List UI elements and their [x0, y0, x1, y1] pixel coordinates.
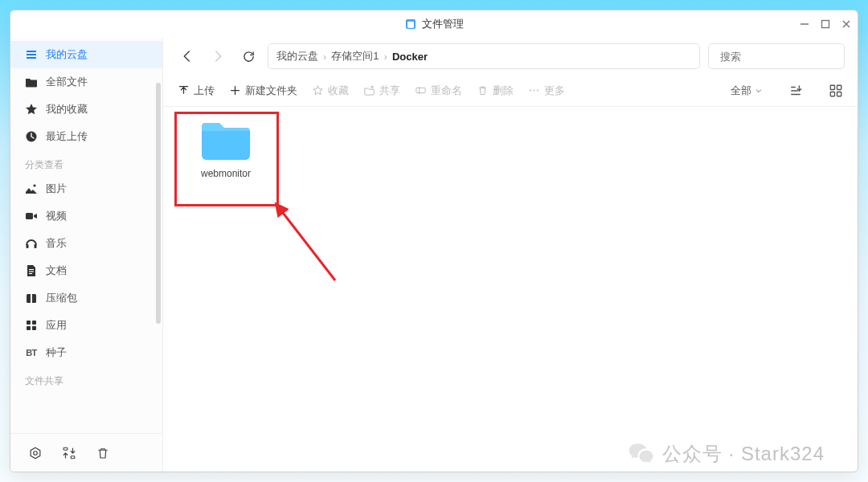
- window-controls: [800, 10, 851, 38]
- sidebar-item-label: 视频: [46, 209, 67, 223]
- forward-button[interactable]: [207, 45, 229, 67]
- sidebar-item-all-files[interactable]: 全部文件: [10, 68, 162, 96]
- sidebar-item-label: 压缩包: [46, 291, 77, 305]
- toolbar: 上传 新建文件夹 收藏 共享 重命名: [163, 75, 858, 107]
- svg-point-32: [537, 90, 538, 92]
- svg-rect-28: [416, 88, 425, 92]
- breadcrumb-current: Docker: [392, 51, 428, 63]
- sidebar-item-label: 文档: [46, 263, 67, 278]
- sidebar-item-label: 种子: [46, 345, 67, 360]
- svg-point-10: [33, 184, 35, 186]
- svg-rect-34: [837, 85, 841, 89]
- sidebar-category-header: 分类查看: [10, 150, 162, 175]
- rename-button[interactable]: 重命名: [415, 84, 462, 98]
- svg-rect-18: [31, 294, 32, 303]
- svg-point-30: [530, 90, 531, 92]
- folder-item[interactable]: webmonitor: [182, 118, 269, 179]
- svg-rect-15: [29, 272, 34, 272]
- sidebar: 我的云盘 全部文件 我的收藏 最近上传 分类查看 图片: [10, 38, 163, 472]
- plus-icon: [229, 84, 241, 96]
- refresh-button[interactable]: [237, 45, 260, 67]
- folder-name: webmonitor: [201, 168, 251, 179]
- titlebar: 文件管理: [10, 10, 858, 38]
- close-button[interactable]: [841, 19, 851, 29]
- share-button[interactable]: 共享: [363, 84, 400, 98]
- transfers-button[interactable]: [62, 446, 76, 460]
- document-icon: [25, 264, 38, 277]
- sidebar-item-video[interactable]: 视频: [10, 202, 162, 230]
- sidebar-item-label: 图片: [46, 182, 67, 196]
- sidebar-item-images[interactable]: 图片: [10, 175, 162, 202]
- sidebar-item-my-cloud[interactable]: 我的云盘: [10, 41, 162, 68]
- sidebar-item-label: 全部文件: [46, 75, 88, 89]
- app-icon: [404, 18, 417, 31]
- filter-dropdown[interactable]: 全部: [731, 84, 763, 98]
- upload-icon: [178, 84, 190, 96]
- sidebar-scrollbar[interactable]: [156, 83, 161, 324]
- new-folder-button[interactable]: 新建文件夹: [229, 84, 297, 98]
- more-button[interactable]: 更多: [528, 84, 565, 98]
- svg-rect-22: [32, 326, 36, 330]
- delete-button[interactable]: 删除: [477, 84, 514, 98]
- sidebar-item-document[interactable]: 文档: [10, 257, 162, 284]
- svg-rect-14: [29, 269, 34, 270]
- sidebar-share-header: 文件共享: [10, 366, 162, 391]
- svg-rect-11: [26, 213, 33, 219]
- sidebar-item-archive[interactable]: 压缩包: [10, 284, 162, 312]
- minimize-button[interactable]: [800, 19, 809, 29]
- svg-rect-13: [35, 244, 37, 248]
- sidebar-item-label: 应用: [46, 318, 67, 333]
- back-button[interactable]: [176, 45, 199, 67]
- topbar: 我的云盘 › 存储空间1 › Docker: [163, 38, 858, 75]
- sidebar-item-label: 音乐: [46, 236, 67, 251]
- breadcrumb[interactable]: 我的云盘 › 存储空间1 › Docker: [268, 43, 700, 69]
- svg-point-31: [534, 90, 535, 92]
- svg-rect-36: [837, 92, 841, 96]
- apps-icon: [25, 319, 38, 332]
- sidebar-item-label: 我的收藏: [46, 102, 88, 116]
- favorite-button[interactable]: 收藏: [312, 84, 349, 98]
- svg-rect-19: [27, 321, 31, 325]
- svg-rect-12: [27, 244, 29, 248]
- sidebar-item-recent-upload[interactable]: 最近上传: [10, 123, 162, 150]
- svg-rect-35: [830, 92, 834, 96]
- sidebar-item-music[interactable]: 音乐: [10, 230, 162, 257]
- svg-line-37: [280, 210, 335, 280]
- star-icon: [25, 103, 38, 116]
- main-panel: 我的云盘 › 存储空间1 › Docker 上传 新: [163, 38, 858, 472]
- settings-button[interactable]: [28, 446, 43, 460]
- svg-rect-24: [63, 447, 68, 450]
- view-grid-button[interactable]: [829, 84, 843, 98]
- sort-button[interactable]: [788, 84, 803, 98]
- sidebar-item-label: 最近上传: [46, 129, 88, 144]
- more-icon: [528, 84, 540, 96]
- svg-rect-20: [32, 321, 36, 325]
- chevron-right-icon: ›: [384, 51, 387, 63]
- window-title: 文件管理: [422, 17, 464, 31]
- breadcrumb-seg[interactable]: 存储空间1: [331, 49, 379, 63]
- image-icon: [25, 182, 38, 195]
- app-window: 文件管理 我的云盘 全部文件 我的收藏: [10, 10, 858, 472]
- file-grid[interactable]: webmonitor: [163, 107, 858, 472]
- archive-icon: [25, 292, 38, 304]
- svg-point-23: [34, 451, 38, 455]
- svg-rect-21: [27, 326, 31, 330]
- sidebar-item-torrent[interactable]: BT 种子: [10, 339, 162, 366]
- search-box[interactable]: [708, 43, 845, 69]
- svg-rect-3: [822, 21, 829, 28]
- sidebar-item-apps[interactable]: 应用: [10, 312, 162, 339]
- bt-icon: BT: [25, 346, 38, 359]
- sort-icon: [788, 84, 803, 98]
- clock-icon: [25, 130, 38, 143]
- svg-rect-25: [71, 455, 75, 458]
- headphones-icon: [25, 237, 38, 250]
- maximize-button[interactable]: [821, 19, 830, 29]
- search-input[interactable]: [720, 51, 855, 63]
- chevron-down-icon: [755, 87, 763, 95]
- sidebar-footer: [10, 433, 162, 472]
- video-icon: [25, 210, 38, 223]
- sidebar-item-favorites[interactable]: 我的收藏: [10, 96, 162, 123]
- breadcrumb-seg[interactable]: 我的云盘: [276, 49, 318, 63]
- upload-button[interactable]: 上传: [178, 84, 215, 98]
- trash-button[interactable]: [96, 446, 110, 460]
